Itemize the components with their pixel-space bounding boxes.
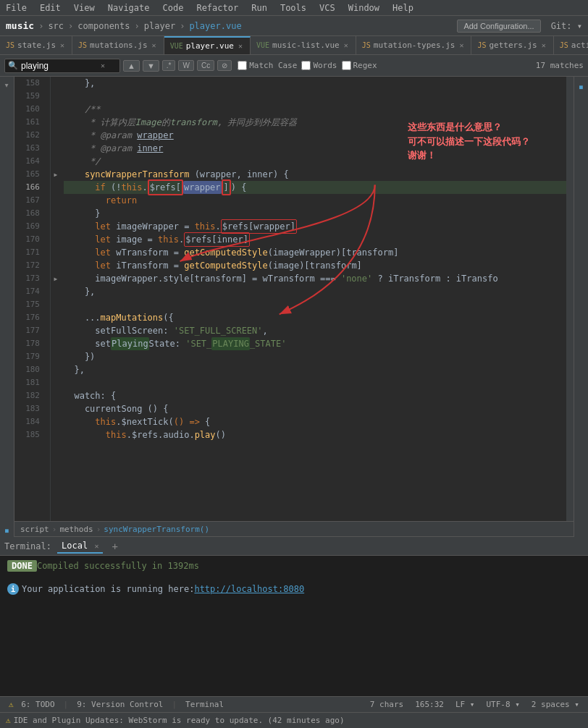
breadcrumb-sep-1: ›	[38, 21, 43, 31]
search-input[interactable]	[21, 61, 101, 71]
warning-bar: ⚠ IDE and Plugin Updates: WebStorm is re…	[0, 712, 588, 728]
ln-175: 175	[14, 298, 46, 311]
tab-mutation-types-close[interactable]: ✕	[458, 41, 465, 49]
done-badge: DONE	[7, 560, 37, 572]
code-line-161: * 计算内层Image的transform, 并同步到外层容器	[64, 116, 566, 129]
words-checkbox[interactable]	[301, 61, 311, 70]
code-line-166: if (!this.$refs[wrapper]) {	[64, 181, 566, 194]
localhost-url[interactable]: http://localhost:8080	[194, 584, 304, 594]
breadcrumb-components[interactable]: components	[77, 21, 130, 31]
menu-item-edit[interactable]: Edit	[37, 1, 64, 14]
tab-mutations-close[interactable]: ✕	[151, 41, 158, 49]
clear-search-icon[interactable]: ✕	[101, 62, 105, 69]
menu-item-tools[interactable]: Tools	[277, 1, 309, 14]
right-sidebar-item-1[interactable]: ■	[578, 80, 584, 95]
search-case-btn[interactable]: Cc	[197, 60, 214, 71]
todo-status[interactable]: ⚠ 6: TODO	[6, 700, 58, 709]
match-case-checkbox[interactable]	[238, 61, 247, 70]
matches-count: 17 matches	[536, 61, 584, 70]
terminal-local-close[interactable]: ✕	[94, 542, 98, 550]
ln-181: 181	[14, 376, 46, 389]
cursor-position[interactable]: 165:32	[412, 700, 447, 709]
sidebar-project-icon[interactable]: ▶	[1, 82, 13, 89]
sidebar-structure-icon[interactable]: ■	[4, 525, 10, 537]
search-next-button[interactable]: ▼	[143, 60, 159, 72]
regex-option[interactable]: Regex	[342, 61, 377, 70]
line-ending[interactable]: LF ▾	[453, 700, 478, 709]
code-line-182: watch: {	[64, 389, 566, 402]
search-filter-btn[interactable]: ⊘	[217, 60, 232, 71]
ln-184: 184	[14, 415, 46, 428]
tab-mutations-label: mutations.js	[90, 41, 147, 50]
menu-item-code[interactable]: Code	[160, 1, 187, 14]
tab-getters[interactable]: JS getters.js ✕	[471, 36, 553, 54]
tab-music-list-icon: VUE	[256, 41, 269, 49]
bc-script[interactable]: script	[20, 525, 49, 534]
code-container: 158 159 160 161 162 163 164 165 166 167 …	[14, 77, 574, 521]
terminal-status[interactable]: Terminal	[182, 700, 227, 709]
tab-music-list-close[interactable]: ✕	[343, 41, 350, 49]
git-label[interactable]: Git: ▾	[551, 21, 582, 31]
gutter: ▶ ▶	[51, 77, 61, 521]
tab-mutations[interactable]: JS mutations.js ✕	[72, 36, 164, 54]
code-line-179: })	[64, 350, 566, 363]
match-case-option[interactable]: Match Case	[238, 61, 297, 70]
code-line-159	[64, 90, 566, 103]
tab-player[interactable]: VUE player.vue ✕	[164, 36, 251, 54]
regex-checkbox[interactable]	[342, 61, 351, 70]
ln-180: 180	[14, 363, 46, 376]
status-bar: ⚠ 6: TODO | 9: Version Control | Termina…	[0, 696, 588, 712]
tab-actions-icon: JS	[560, 41, 568, 49]
add-configuration-button[interactable]: Add Configuration...	[457, 20, 540, 33]
breadcrumb-src[interactable]: src	[48, 21, 64, 31]
bc-methods[interactable]: methods	[59, 525, 93, 534]
menu-item-run[interactable]: Run	[248, 1, 270, 14]
tab-music-list[interactable]: VUE music-list.vue ✕	[251, 36, 356, 54]
menu-item-view[interactable]: View	[71, 1, 98, 14]
code-line-173: imageWrapper.style[transform] = wTransfo…	[64, 272, 566, 285]
terminal-add-button[interactable]: +	[109, 541, 120, 552]
tab-player-close[interactable]: ✕	[237, 42, 244, 50]
tab-player-icon: VUE	[170, 42, 183, 50]
menu-item-file[interactable]: File	[3, 1, 30, 14]
tab-state-close[interactable]: ✕	[59, 41, 66, 49]
encoding[interactable]: UTF-8 ▾	[483, 700, 522, 709]
code-line-177: setFullScreen: 'SET_FULL_SCREEN',	[64, 324, 566, 337]
tab-mutations-icon: JS	[78, 41, 87, 49]
search-prev-button[interactable]: ▲	[123, 60, 140, 72]
menu-item-navigate[interactable]: Navigate	[105, 1, 153, 14]
version-control-status[interactable]: 9: Version Control	[74, 700, 166, 709]
breadcrumb-player-dir[interactable]: player	[144, 21, 175, 31]
code-line-162: * @param wrapper	[64, 129, 566, 142]
fold-165[interactable]: ▶	[51, 168, 61, 181]
code-line-165: syncWrapperTransform (wrapper, inner) {	[64, 168, 566, 181]
breadcrumb-sep-3: ›	[135, 21, 140, 31]
vertical-scrollbar[interactable]	[566, 77, 574, 521]
menu-item-help[interactable]: Help	[390, 1, 416, 14]
indent-spaces[interactable]: 2 spaces ▾	[529, 700, 582, 709]
tab-mutation-types[interactable]: JS mutation-types.js ✕	[356, 36, 472, 54]
search-regex-toggle[interactable]: .*	[162, 60, 176, 71]
tab-actions-label: actions...	[571, 41, 588, 50]
code-lines[interactable]: }, /** * 计算内层Image的transform, 并同步到外层容器 *…	[61, 77, 566, 521]
ln-179: 179	[14, 350, 46, 363]
menu-item-window[interactable]: Window	[345, 1, 382, 14]
code-line-168: }	[64, 207, 566, 220]
bc-fn[interactable]: syncWrapperTransform()	[104, 525, 209, 534]
words-option[interactable]: Words	[301, 61, 337, 70]
tab-getters-close[interactable]: ✕	[540, 41, 547, 49]
code-line-164: */	[64, 155, 566, 168]
search-word-boundary[interactable]: W	[178, 60, 193, 71]
code-line-167: return	[64, 194, 566, 207]
tab-actions[interactable]: JS actions... ✕	[554, 36, 588, 54]
ln-158: 158	[14, 77, 46, 90]
fold-173[interactable]: ▶	[51, 272, 61, 285]
code-line-169: let imageWrapper = this.$refs[wrapper]	[64, 220, 566, 233]
chars-count[interactable]: 7 chars	[367, 700, 406, 709]
menu-item-vcs[interactable]: VCS	[316, 1, 338, 14]
compile-message: Compiled successfully in 1392ms	[37, 561, 199, 571]
breadcrumb-file[interactable]: player.vue	[189, 21, 241, 31]
menu-item-refactor[interactable]: Refactor	[193, 1, 241, 14]
terminal-tab-local[interactable]: Local ✕	[57, 539, 103, 554]
tab-state[interactable]: JS state.js ✕	[0, 36, 72, 54]
